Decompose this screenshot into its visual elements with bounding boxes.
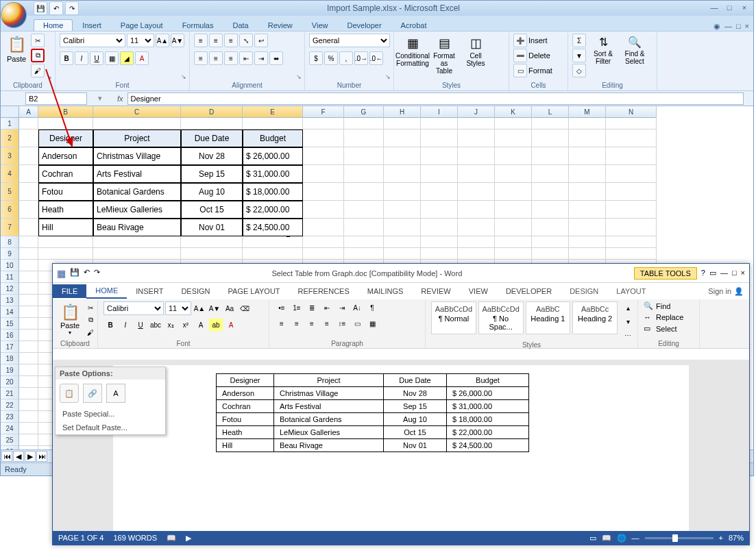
orientation-icon[interactable]: ⤡ (239, 34, 253, 47)
cell[interactable] (421, 236, 458, 248)
tab-mailings[interactable]: MAILINGS (358, 284, 413, 298)
cell[interactable] (19, 399, 38, 411)
table-cell[interactable]: Aug 10 (384, 413, 447, 426)
cell[interactable] (19, 248, 38, 260)
cell[interactable] (495, 248, 532, 260)
cell[interactable] (303, 201, 344, 219)
cell[interactable] (344, 147, 384, 165)
insert-cells-icon[interactable]: ➕ (513, 34, 527, 47)
table-cell[interactable]: $ 31,000.00 (243, 165, 303, 183)
table-cell[interactable]: Aug 10 (181, 183, 243, 201)
cell[interactable] (458, 248, 495, 260)
cell[interactable] (19, 165, 38, 183)
tab-home[interactable]: HOME (86, 284, 127, 299)
tab-review[interactable]: REVIEW (412, 284, 459, 298)
paste-button[interactable]: 📋 Paste ▾ (58, 301, 82, 340)
table-cell[interactable]: Hill (38, 219, 93, 236)
align-top-icon[interactable]: ≡ (194, 34, 208, 47)
cell[interactable] (495, 147, 532, 165)
font-color-icon[interactable]: A (224, 319, 238, 331)
cell[interactable] (569, 147, 606, 165)
font-launcher[interactable]: ↘ (180, 73, 188, 81)
table-cell[interactable]: Sep 15 (384, 400, 447, 413)
row-header[interactable]: 15 (1, 318, 19, 330)
style-card[interactable]: AaBbCHeading 1 (526, 301, 571, 334)
col-header[interactable]: D (181, 106, 243, 118)
cell[interactable] (606, 201, 657, 219)
zoom-level[interactable]: 87% (729, 534, 744, 542)
cell[interactable] (344, 236, 384, 248)
mdi-close[interactable]: × (745, 22, 749, 31)
cell[interactable] (532, 201, 569, 219)
cell[interactable] (606, 248, 657, 260)
read-mode-icon[interactable]: 📖 (602, 534, 611, 543)
align-right-icon[interactable]: ≡ (305, 317, 319, 330)
paste-special-menuitem[interactable]: Paste Special... (56, 407, 165, 421)
table-cell[interactable]: Beau Rivage (274, 439, 384, 452)
align-left-icon[interactable]: ≡ (275, 317, 289, 330)
tab-developer[interactable]: Developer (337, 19, 391, 31)
row-header[interactable]: 21 (1, 388, 19, 399)
cell[interactable] (19, 306, 38, 318)
cell[interactable] (344, 129, 384, 147)
set-default-paste-menuitem[interactable]: Set Default Paste... (56, 421, 165, 434)
table-cell[interactable]: LeMieux Galleries (93, 201, 181, 219)
justify-icon[interactable]: ≡ (320, 317, 334, 330)
cell[interactable] (344, 165, 384, 183)
sort-icon[interactable]: A↓ (350, 301, 364, 314)
mdi-restore[interactable]: □ (736, 22, 741, 31)
row-header[interactable]: 23 (1, 411, 19, 423)
table-cell[interactable]: Arts Festival (274, 400, 384, 413)
cell[interactable] (384, 248, 421, 260)
row-header[interactable]: 10 (1, 260, 19, 271)
cell[interactable] (532, 236, 569, 248)
cell[interactable] (458, 219, 495, 236)
style-card[interactable]: AaBbCcHeading 2 (572, 301, 618, 334)
bold-button[interactable]: B (103, 319, 117, 331)
highlight-icon[interactable]: ab (209, 319, 223, 331)
table-cell[interactable]: Cochran (217, 400, 274, 413)
replace-button[interactable]: ↔Replace (644, 313, 694, 321)
cell[interactable] (495, 236, 532, 248)
cell[interactable] (495, 183, 532, 201)
find-button[interactable]: 🔍Find (644, 301, 694, 310)
decrease-indent-icon[interactable]: ⇤ (320, 301, 334, 314)
cell[interactable] (569, 183, 606, 201)
web-layout-icon[interactable]: 🌐 (617, 534, 626, 543)
font-name-select[interactable]: Calibri (60, 34, 125, 47)
table-cell[interactable]: $ 18,000.00 (243, 183, 303, 201)
word-count[interactable]: 169 WORDS (113, 534, 157, 542)
cell[interactable] (19, 129, 38, 147)
styles-more-icon[interactable]: ⋯ (621, 329, 635, 341)
help-icon[interactable]: ◉ (714, 22, 720, 31)
multilevel-icon[interactable]: ≣ (305, 301, 319, 314)
cell[interactable] (303, 248, 344, 260)
cell[interactable] (606, 183, 657, 201)
tab-acrobat[interactable]: Acrobat (391, 19, 437, 31)
cell[interactable] (19, 330, 38, 341)
cell[interactable] (421, 183, 458, 201)
row-header[interactable]: 24 (1, 423, 19, 434)
office-button[interactable] (1, 2, 27, 28)
table-cell[interactable]: Oct 15 (181, 201, 243, 219)
fill-color-button[interactable]: ◢ (120, 51, 134, 65)
autosum-icon[interactable]: Σ (572, 34, 586, 47)
cell[interactable] (344, 183, 384, 201)
table-cell[interactable]: Anderson (38, 147, 93, 165)
cell[interactable] (19, 295, 38, 306)
cell[interactable] (606, 165, 657, 183)
table-cell[interactable]: Christmas Village (274, 387, 384, 400)
row-header[interactable]: 19 (1, 364, 19, 376)
cell[interactable] (19, 283, 38, 295)
cell[interactable] (243, 118, 303, 129)
paste-merge-icon[interactable]: 🔗 (83, 384, 102, 403)
align-right-icon[interactable]: ≡ (224, 51, 238, 65)
styles-up-icon[interactable]: ▴ (621, 301, 635, 314)
clear-formatting-icon[interactable]: ⌫ (238, 302, 252, 314)
border-button[interactable]: ▦ (105, 51, 119, 65)
col-header[interactable]: L (532, 106, 569, 118)
fill-icon[interactable]: ▼ (572, 49, 586, 62)
row-header[interactable]: 14 (1, 306, 19, 318)
cell[interactable] (569, 219, 606, 236)
cell[interactable] (384, 147, 421, 165)
